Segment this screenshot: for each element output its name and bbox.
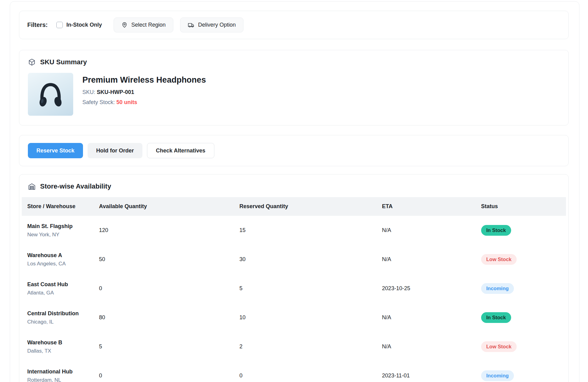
store-name: Warehouse A xyxy=(27,252,99,259)
col-header-reserved: Reserved Quantity xyxy=(239,197,382,216)
table-row: Warehouse B Dallas, TX 5 2 N/A Low Stock xyxy=(22,332,566,361)
select-region-button[interactable]: Select Region xyxy=(114,17,173,32)
reserved-qty: 2 xyxy=(239,332,382,361)
store-location: Los Angeles, CA xyxy=(27,261,99,267)
eta-value: N/A xyxy=(382,216,481,245)
package-icon xyxy=(28,58,36,66)
reserved-qty: 10 xyxy=(239,303,382,332)
col-header-store: Store / Warehouse xyxy=(22,197,99,216)
reserved-qty: 15 xyxy=(239,216,382,245)
reserved-qty: 0 xyxy=(239,361,382,382)
table-header-row: Store / Warehouse Available Quantity Res… xyxy=(22,197,566,216)
sku-label: SKU: xyxy=(82,89,95,95)
warehouse-icon xyxy=(28,182,36,190)
available-qty: 80 xyxy=(99,303,239,332)
eta-value: 2023-10-25 xyxy=(382,274,481,303)
col-header-available: Available Quantity xyxy=(99,197,239,216)
sku-summary-card: SKU Summary Premium Wireless Headphones xyxy=(19,50,569,125)
headphones-illustration xyxy=(33,77,68,111)
store-location: Rotterdam, NL xyxy=(27,377,99,382)
page-panel: Filters: In-Stock Only Select Region xyxy=(10,1,579,382)
status-badge: In Stock xyxy=(481,312,511,323)
filters-label: Filters: xyxy=(27,21,48,28)
col-header-status: Status xyxy=(481,197,566,216)
check-alternatives-button[interactable]: Check Alternatives xyxy=(147,143,214,158)
col-header-eta: ETA xyxy=(382,197,481,216)
map-pin-icon xyxy=(121,22,128,28)
table-row: Main St. Flagship New York, NY 120 15 N/… xyxy=(22,216,566,245)
actions-bar: Reserve Stock Hold for Order Check Alter… xyxy=(19,135,569,166)
store-location: Atlanta, GA xyxy=(27,290,99,296)
store-name: Warehouse B xyxy=(27,339,99,346)
reserved-qty: 30 xyxy=(239,245,382,274)
hold-for-order-button[interactable]: Hold for Order xyxy=(88,143,142,158)
filters-bar: Filters: In-Stock Only Select Region xyxy=(19,11,569,39)
eta-value: N/A xyxy=(382,332,481,361)
availability-card: Store-wise Availability Store / Warehous… xyxy=(19,174,569,382)
store-name: Main St. Flagship xyxy=(27,223,99,230)
availability-table: Store / Warehouse Available Quantity Res… xyxy=(22,197,566,382)
available-qty: 120 xyxy=(99,216,239,245)
eta-value: 2023-11-01 xyxy=(382,361,481,382)
status-badge: Low Stock xyxy=(481,341,517,352)
table-row: East Coast Hub Atlanta, GA 0 5 2023-10-2… xyxy=(22,274,566,303)
available-qty: 5 xyxy=(99,332,239,361)
store-name: East Coast Hub xyxy=(27,281,99,288)
table-row: Central Distribution Chicago, IL 80 10 N… xyxy=(22,303,566,332)
eta-value: N/A xyxy=(382,245,481,274)
table-row: International Hub Rotterdam, NL 0 0 2023… xyxy=(22,361,566,382)
status-badge: In Stock xyxy=(481,225,511,236)
availability-title: Store-wise Availability xyxy=(40,182,111,190)
delivery-option-label: Delivery Option xyxy=(198,22,236,28)
store-location: Dallas, TX xyxy=(27,348,99,354)
sku-summary-title: SKU Summary xyxy=(40,58,87,66)
status-badge: Incoming xyxy=(481,283,514,294)
status-badge: Incoming xyxy=(481,370,514,381)
reserved-qty: 5 xyxy=(239,274,382,303)
store-name: Central Distribution xyxy=(27,310,99,317)
eta-value: N/A xyxy=(382,303,481,332)
status-badge: Low Stock xyxy=(481,254,517,265)
sku-value: SKU-HWP-001 xyxy=(97,89,134,95)
store-location: Chicago, IL xyxy=(27,319,99,325)
safety-stock-value: 50 units xyxy=(116,99,137,105)
store-name: International Hub xyxy=(27,369,99,375)
available-qty: 0 xyxy=(99,361,239,382)
select-region-label: Select Region xyxy=(131,22,166,28)
table-row: Warehouse A Los Angeles, CA 50 30 N/A Lo… xyxy=(22,245,566,274)
available-qty: 50 xyxy=(99,245,239,274)
reserve-stock-button[interactable]: Reserve Stock xyxy=(28,143,83,158)
truck-icon xyxy=(188,22,194,28)
available-qty: 0 xyxy=(99,274,239,303)
delivery-option-button[interactable]: Delivery Option xyxy=(180,17,243,32)
product-name: Premium Wireless Headphones xyxy=(82,75,206,85)
safety-stock-label: Safety Stock: xyxy=(82,99,115,105)
in-stock-checkbox-label[interactable]: In-Stock Only xyxy=(66,22,102,28)
store-location: New York, NY xyxy=(27,232,99,238)
in-stock-checkbox[interactable] xyxy=(56,22,63,28)
product-image xyxy=(28,73,73,116)
